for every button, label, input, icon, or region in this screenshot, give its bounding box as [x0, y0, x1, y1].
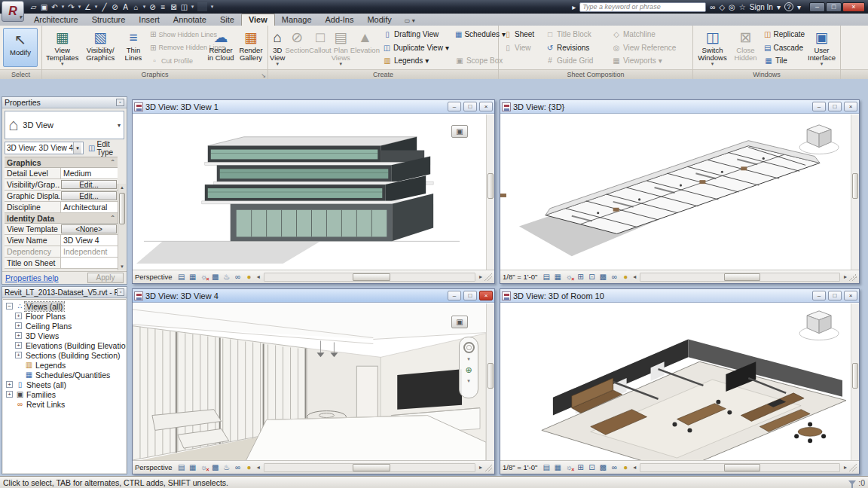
- scroll-right-icon[interactable]: ▸: [479, 273, 482, 280]
- visual-style-icon[interactable]: ▦: [188, 273, 198, 281]
- rendering-dialog-icon[interactable]: ♨: [222, 463, 232, 471]
- close-hidden-windows-icon[interactable]: ⊠: [169, 3, 179, 11]
- restore-button[interactable]: □: [826, 2, 842, 12]
- view-title-bar[interactable]: 3D View: {3D} – □ ×: [500, 100, 859, 114]
- subscription-center-icon[interactable]: ◇: [719, 3, 725, 11]
- view-templates-button[interactable]: ▦ View Templates▾: [44, 26, 81, 69]
- dialog-launcher-icon[interactable]: ↘: [261, 72, 266, 79]
- section-pin-icon[interactable]: ⌃: [110, 159, 115, 166]
- view-title-bar[interactable]: 3D View: 3D of Room 10 – □ ×: [500, 289, 859, 303]
- shadows-icon[interactable]: ▩: [598, 463, 608, 471]
- scroll-left-icon[interactable]: ◂: [257, 464, 260, 471]
- tab-modify[interactable]: Modify: [360, 14, 398, 26]
- detail-level-icon[interactable]: ▤: [176, 273, 187, 281]
- tree-item-ceiling-plans[interactable]: +Ceiling Plans: [3, 321, 126, 331]
- schedules-button[interactable]: ▦Schedules▾: [454, 29, 505, 40]
- browser-float-icon[interactable]: ▫: [117, 288, 124, 296]
- thin-lines-button[interactable]: ≡ Thin Lines: [120, 26, 147, 69]
- expand-icon[interactable]: +: [15, 342, 22, 349]
- temporary-hide-isolate-icon[interactable]: ∞: [233, 273, 243, 281]
- tab-structure[interactable]: Structure: [85, 14, 133, 26]
- ribbon-display-toggle-icon[interactable]: ▭ ▾: [405, 17, 415, 26]
- view-vertical-scrollbar[interactable]: [851, 303, 859, 460]
- resize-grip[interactable]: [849, 273, 857, 281]
- crop-view-icon[interactable]: ⊞: [575, 463, 585, 471]
- view-vertical-scrollbar[interactable]: [486, 303, 494, 460]
- wheel-dropdown-icon[interactable]: ▾: [467, 356, 470, 362]
- 3d-view-dropdown-icon[interactable]: ▾: [142, 4, 147, 10]
- view-canvas-3d-view-1[interactable]: ▣: [133, 114, 486, 270]
- tree-item-revit-links[interactable]: ∞Revit Links: [3, 399, 126, 409]
- view-close-button[interactable]: ×: [844, 291, 857, 300]
- redo-icon[interactable]: ↷: [66, 3, 76, 11]
- reveal-hidden-elements-icon[interactable]: ●: [620, 463, 631, 471]
- reveal-hidden-elements-icon[interactable]: ●: [244, 273, 255, 281]
- undo-dropdown-icon[interactable]: ▾: [60, 4, 66, 10]
- panel-label-create[interactable]: Create: [268, 69, 498, 79]
- sun-path-icon[interactable]: ☼: [199, 463, 209, 471]
- identity-data-section-header[interactable]: Identity Data⌃: [5, 213, 118, 224]
- sun-path-icon[interactable]: ☼: [199, 273, 209, 281]
- switch-windows-button[interactable]: ◫ Switch Windows▾: [695, 26, 730, 69]
- scale-control[interactable]: 1/8" = 1'-0": [503, 463, 537, 471]
- tree-item-3d-views[interactable]: +3D Views: [3, 331, 126, 340]
- zoom-dropdown-icon[interactable]: ▾: [467, 378, 470, 384]
- thin-lines-icon[interactable]: ≡: [158, 3, 168, 11]
- project-browser-header[interactable]: Revit_LT_2013-Dataset_V5.rvt - Proje...▫: [2, 287, 127, 298]
- expand-icon[interactable]: +: [15, 332, 22, 339]
- view-window-3d-view-1[interactable]: 3D View: 3D View 1 – □ ×: [132, 99, 495, 284]
- expand-icon[interactable]: +: [6, 381, 13, 388]
- tree-item-views-all[interactable]: −∴Views (all): [3, 301, 126, 311]
- zoom-icon[interactable]: ⊕: [465, 365, 472, 375]
- view-close-button[interactable]: ×: [844, 102, 857, 111]
- help-icon[interactable]: ?: [784, 2, 793, 11]
- revisions-button[interactable]: ↺Revisions: [544, 42, 607, 53]
- graphics-section-header[interactable]: Graphics⌃: [5, 157, 118, 168]
- tab-manage[interactable]: Manage: [275, 14, 319, 26]
- properties-header[interactable]: Properties▫: [2, 97, 127, 108]
- scroll-right-icon[interactable]: ▸: [479, 464, 482, 471]
- detail-level-icon[interactable]: ▤: [541, 273, 552, 281]
- measure-icon[interactable]: ∠: [83, 3, 93, 11]
- expand-icon[interactable]: +: [15, 322, 22, 329]
- tree-item-legends[interactable]: ▥Legends: [3, 360, 126, 370]
- resize-grip[interactable]: [484, 273, 492, 281]
- view-vertical-scrollbar[interactable]: [486, 114, 494, 270]
- view-minimize-button[interactable]: –: [812, 102, 826, 111]
- navigation-bar-collapsed-icon[interactable]: ▣: [451, 125, 468, 138]
- user-interface-button[interactable]: ▣ User Interface▾: [805, 26, 839, 69]
- crop-view-icon[interactable]: ⊞: [575, 273, 585, 281]
- open-icon[interactable]: ▱: [29, 3, 38, 11]
- view-canvas-3d[interactable]: [500, 114, 851, 270]
- detail-level-icon[interactable]: ▤: [176, 463, 187, 471]
- help-dropdown-icon[interactable]: ▾: [797, 3, 801, 11]
- drafting-view-button[interactable]: ▯Drafting View: [381, 29, 451, 40]
- temporary-hide-isolate-icon[interactable]: ∞: [233, 463, 243, 471]
- favorites-star-icon[interactable]: ☆: [739, 3, 746, 11]
- sheet-button[interactable]: ▯Sheet: [502, 29, 541, 40]
- view-template-button[interactable]: <None>: [61, 224, 117, 233]
- expand-icon[interactable]: +: [15, 313, 22, 319]
- instance-selector[interactable]: 3D View: 3D View 4▾: [5, 142, 84, 154]
- view-restore-button[interactable]: □: [463, 291, 477, 300]
- properties-scrollbar[interactable]: ▲▼: [118, 184, 126, 270]
- view-close-button[interactable]: ×: [479, 102, 493, 111]
- sign-in-dropdown-icon[interactable]: ▾: [777, 3, 781, 11]
- tab-site[interactable]: Site: [213, 14, 241, 26]
- rendering-dialog-icon[interactable]: ♨: [222, 273, 232, 281]
- shadows-icon[interactable]: ▩: [210, 463, 221, 471]
- tile-button[interactable]: ▦Tile: [763, 55, 803, 66]
- shadows-icon[interactable]: ▩: [598, 273, 608, 281]
- reveal-hidden-elements-icon[interactable]: ●: [620, 273, 631, 281]
- tag-icon[interactable]: ⊘: [110, 3, 120, 11]
- detail-level-value[interactable]: Medium: [60, 168, 118, 178]
- replicate-button[interactable]: ◫Replicate: [763, 29, 803, 40]
- filter-icon[interactable]: [848, 480, 856, 485]
- view-window-3d[interactable]: 3D View: {3D} – □ ×: [500, 99, 860, 284]
- resize-grip[interactable]: [849, 464, 857, 471]
- search-binoculars-icon[interactable]: ∞: [710, 3, 715, 11]
- collapse-icon[interactable]: −: [6, 303, 13, 310]
- measure-dropdown-icon[interactable]: ▾: [93, 4, 99, 10]
- steering-wheel-icon[interactable]: [463, 342, 475, 353]
- shadows-icon[interactable]: ▩: [210, 273, 221, 281]
